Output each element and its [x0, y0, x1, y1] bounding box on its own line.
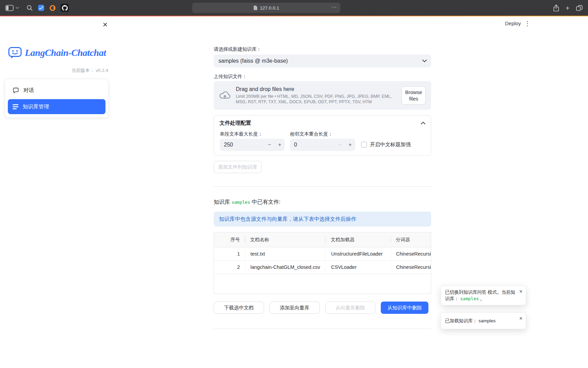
uploader-title: Drag and drop files here [236, 86, 396, 92]
toast-text: 。 [479, 296, 485, 301]
cell-loader: CSVLoader [325, 261, 390, 274]
browser-left-controls [5, 0, 69, 16]
sidebar-item-knowledge-base[interactable]: 知识库管理 [8, 99, 105, 114]
knowledge-base-icon [13, 104, 18, 109]
version-text: 当前版本： v0.2.4 [71, 67, 108, 74]
app-logo: LangChain-Chatchat [8, 46, 106, 59]
chat-icon [13, 87, 19, 94]
cell-docname: test.txt [245, 247, 325, 260]
chevron-down-icon[interactable] [16, 7, 19, 9]
share-icon[interactable] [553, 4, 559, 12]
kb-select[interactable]: samples (faiss @ m3e-base) [214, 55, 431, 67]
uploader-text: Drag and drop files here Limit 200MB per… [236, 86, 396, 105]
overlap-length-label: 相邻文本重合长度： [290, 131, 333, 137]
sidebar: ✕ LangChain-Chatchat 当前版本： v0.2.4 对话 知识库 [0, 16, 113, 368]
sidebar-item-dialogue[interactable]: 对话 [8, 83, 105, 98]
action-button-row: 下载选中文档 添加至向量库 从向量库删除 从知识库中删除 [214, 302, 431, 314]
table-row[interactable]: 1 test.txt UnstructuredFileLoader Chines… [214, 247, 431, 261]
sidebar-toggle-icon[interactable] [5, 5, 14, 11]
table-header-row: 序号 文档名称 文档加载器 分词器 [214, 232, 431, 247]
chinese-title-enhance-checkbox[interactable]: 开启中文标题加强 [361, 141, 411, 148]
sidebar-item-label: 对话 [23, 87, 34, 94]
cell-splitter: ChineseRecursiveText [390, 261, 431, 274]
kb-select-label: 请选择或新建知识库： [214, 46, 431, 52]
file-drop-zone[interactable]: Drag and drop files here Limit 200MB per… [214, 81, 431, 110]
tab-overview-icon[interactable] [576, 5, 583, 11]
sidebar-close-icon[interactable]: ✕ [101, 20, 110, 29]
table-header-splitter[interactable]: 分词器 [390, 232, 431, 247]
logo-chat-icon [8, 46, 22, 59]
checkbox-icon [361, 142, 367, 148]
url-text: 127.0.0.1 [260, 5, 279, 11]
toast-kb-loaded: 已加载知识库： samples ✕ [441, 312, 526, 329]
add-files-button[interactable]: 添加文件到知识库 [214, 161, 262, 173]
divider [214, 186, 431, 187]
plus-icon[interactable]: + [345, 139, 355, 151]
close-icon[interactable]: ✕ [519, 289, 523, 295]
delete-from-vector-store-button[interactable]: 从向量库删除 [325, 302, 376, 314]
max-length-label: 单段文本最大长度： [220, 131, 263, 137]
heading-suffix: 中已有文件: [250, 199, 280, 205]
table-row[interactable]: 2 langchain-ChatGLM_closed.csv CSVLoader… [214, 261, 431, 274]
minus-icon[interactable]: − [335, 139, 345, 151]
plus-icon[interactable]: + [275, 139, 285, 151]
heading-prefix: 知识库 [214, 199, 231, 205]
table-header-index[interactable]: 序号 [214, 232, 245, 247]
cloud-upload-icon [219, 91, 231, 100]
overlap-length-input[interactable] [290, 142, 335, 148]
expander-title: 文件处理配置 [219, 120, 251, 127]
toast-code: samples [460, 296, 479, 301]
main-content: 请选择或新建知识库： samples (faiss @ m3e-base) 上传… [214, 16, 431, 329]
table-header-docname[interactable]: 文档名称 [245, 232, 325, 247]
delete-from-kb-button[interactable]: 从知识库中删除 [381, 302, 428, 314]
address-bar[interactable]: 127.0.0.1 ⋯ [192, 3, 340, 13]
cell-index: 2 [214, 261, 245, 274]
kb-select-value: samples (faiss @ m3e-base) [218, 58, 288, 64]
extension-icon-blue[interactable] [38, 5, 44, 11]
checkbox-label: 开启中文标题加强 [370, 141, 411, 148]
cell-docname: langchain-ChatGLM_closed.csv [245, 261, 325, 274]
sidebar-menu: 对话 知识库管理 [5, 79, 108, 118]
cell-index: 1 [214, 247, 245, 260]
logo-text: LangChain-Chatchat [25, 47, 106, 58]
search-icon[interactable] [27, 5, 33, 11]
extension-icon-orange[interactable] [49, 5, 56, 11]
browser-right-controls: + [553, 0, 583, 16]
github-icon[interactable] [61, 4, 69, 12]
overlap-length-stepper: − + [290, 139, 355, 151]
site-icon [254, 5, 258, 10]
cell-loader: UnstructuredFileLoader [325, 247, 390, 260]
upload-label: 上传知识文件： [214, 73, 431, 80]
chevron-up-icon [421, 122, 425, 124]
heading-code: samples [231, 200, 250, 205]
uploader-limit-text: Limit 200MB per file • HTML, MD, JSON, C… [236, 94, 396, 105]
browse-files-button[interactable]: Browse files [402, 86, 426, 105]
expander-header[interactable]: 文件处理配置 [214, 116, 431, 131]
max-length-stepper: − + [220, 139, 285, 151]
new-tab-icon[interactable]: + [566, 4, 570, 12]
kebab-menu-icon[interactable]: ⋮ [524, 20, 531, 27]
toast-mode-switched: 已切换到知识库问答 模式。当前知识库： samples 。 ✕ [441, 286, 526, 305]
deploy-button[interactable]: Deploy [505, 20, 521, 26]
sidebar-item-label: 知识库管理 [23, 103, 49, 110]
add-to-vector-store-button[interactable]: 添加至向量库 [270, 302, 320, 314]
max-length-input[interactable] [220, 142, 264, 148]
close-icon[interactable]: ✕ [519, 316, 523, 322]
cell-splitter: ChineseRecursiveText [390, 247, 431, 260]
minus-icon[interactable]: − [264, 139, 275, 151]
more-options-icon[interactable]: ⋯ [331, 4, 337, 10]
files-table: 序号 文档名称 文档加载器 分词器 1 test.txt Unstructure… [214, 232, 431, 294]
table-header-loader[interactable]: 文档加载器 [325, 232, 390, 247]
toast-text: 已加载知识库： samples [445, 318, 496, 323]
file-config-expander: 文件处理配置 单段文本最大长度： − + 相邻文本重合长度： − + 开启中文标… [214, 115, 431, 156]
kb-files-heading: 知识库 samples 中已有文件: [214, 199, 431, 206]
info-banner: 知识库中包含源文件与向量库，请从下表中选择文件后操作 [214, 212, 431, 227]
chevron-down-icon [422, 60, 427, 62]
divider [214, 328, 431, 329]
download-selected-button[interactable]: 下载选中文档 [214, 302, 264, 314]
browser-toolbar: 127.0.0.1 ⋯ + [0, 0, 588, 16]
